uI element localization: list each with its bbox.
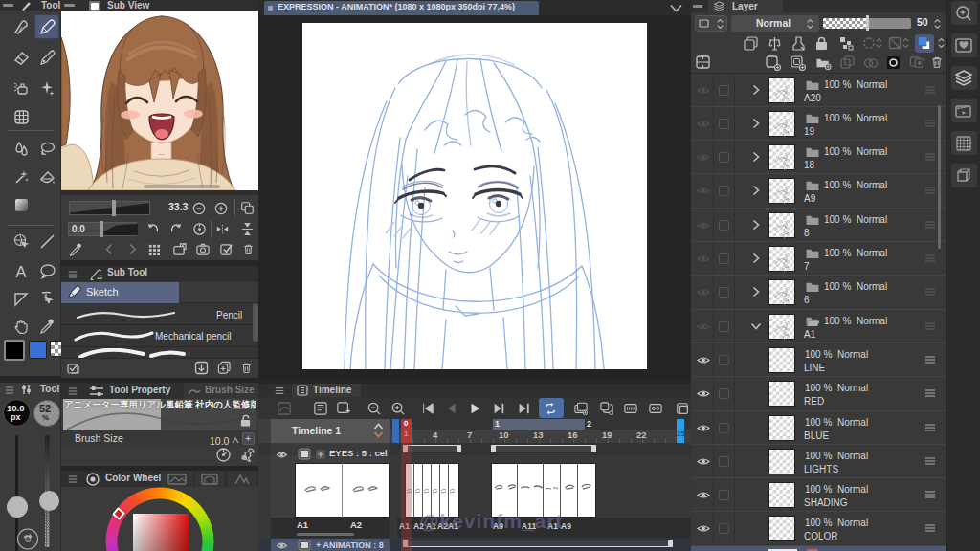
svg-text:A: A bbox=[15, 263, 27, 280]
